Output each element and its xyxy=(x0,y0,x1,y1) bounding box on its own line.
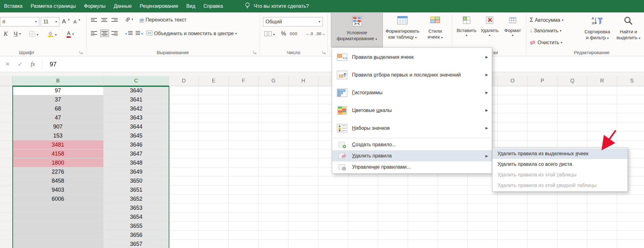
cell-F1[interactable] xyxy=(229,86,259,95)
sort-filter-button[interactable]: АЯ Сортировка и фильтр ▾ xyxy=(583,13,612,47)
cell-P17[interactable] xyxy=(528,231,557,240)
cell-E10[interactable] xyxy=(199,167,229,176)
cell-I13[interactable] xyxy=(318,194,348,204)
cell-I11[interactable] xyxy=(318,176,348,185)
cell-J18[interactable] xyxy=(348,240,378,248)
cell-B3[interactable]: 68 xyxy=(12,104,104,113)
tab-page-layout[interactable]: Разметка страницы xyxy=(26,0,80,12)
cell-K18[interactable] xyxy=(378,240,408,248)
cell-J16[interactable] xyxy=(348,222,378,231)
cell-D10[interactable] xyxy=(169,167,199,176)
increase-font-size-button[interactable]: А ▲ xyxy=(62,18,70,25)
cell-G11[interactable] xyxy=(259,176,289,185)
cell-D18[interactable] xyxy=(169,240,199,248)
fill-button[interactable]: ↓ Заполнить ▾ xyxy=(530,28,562,34)
cell-B13[interactable]: 6006 xyxy=(12,194,104,204)
row-header-8[interactable] xyxy=(0,149,12,158)
cell-H9[interactable] xyxy=(289,158,318,167)
cell-C17[interactable]: 3656 xyxy=(104,231,169,240)
cell-G18[interactable] xyxy=(259,240,289,248)
cell-G14[interactable] xyxy=(259,204,289,213)
cell-S14[interactable] xyxy=(617,204,644,213)
cell-G15[interactable] xyxy=(259,213,289,222)
cell-C15[interactable]: 3654 xyxy=(104,213,169,222)
cell-Q18[interactable] xyxy=(557,240,587,248)
cell-E14[interactable] xyxy=(199,204,229,213)
row-header-3[interactable] xyxy=(0,104,12,113)
cell-Q13[interactable] xyxy=(557,194,587,204)
cell-C5[interactable]: 3644 xyxy=(104,122,169,131)
cell-I15[interactable] xyxy=(318,213,348,222)
cell-S5[interactable] xyxy=(617,122,644,131)
column-header-O[interactable]: O xyxy=(498,76,528,86)
cell-B6[interactable]: 153 xyxy=(12,131,104,140)
cell-Q6[interactable] xyxy=(557,131,587,140)
cell-R1[interactable] xyxy=(587,86,617,95)
wrap-text-button[interactable]: ab Переносить текст xyxy=(139,17,186,23)
cell-G10[interactable] xyxy=(259,167,289,176)
cell-H5[interactable] xyxy=(289,122,318,131)
cell-F6[interactable] xyxy=(229,131,259,140)
align-center-button[interactable] xyxy=(100,30,109,37)
cell-M18[interactable] xyxy=(438,240,468,248)
cell-I16[interactable] xyxy=(318,222,348,231)
cell-O18[interactable] xyxy=(498,240,528,248)
menu-item-highlight-cells-rules[interactable]: <>Правила выделения ячеек▶ xyxy=(332,48,492,66)
formula-bar-value[interactable]: 97 xyxy=(50,61,57,68)
cell-D6[interactable] xyxy=(169,131,199,140)
clear-button[interactable]: Очистить ▾ xyxy=(530,39,562,46)
cell-J14[interactable] xyxy=(348,204,378,213)
insert-cells-button[interactable]: Вставить ▾ xyxy=(456,13,477,47)
cell-C18[interactable]: 3657 xyxy=(104,240,169,248)
cell-M15[interactable] xyxy=(438,213,468,222)
cell-R17[interactable] xyxy=(587,231,617,240)
cell-E8[interactable] xyxy=(199,149,229,158)
cell-K16[interactable] xyxy=(378,222,408,231)
cell-P13[interactable] xyxy=(528,194,557,204)
cell-F9[interactable] xyxy=(229,158,259,167)
column-header-E[interactable]: E xyxy=(199,76,229,86)
cell-R2[interactable] xyxy=(587,95,617,104)
cell-O5[interactable] xyxy=(498,122,528,131)
menu-item-new-rule[interactable]: Создать правило... xyxy=(332,139,492,150)
cell-P4[interactable] xyxy=(528,113,557,122)
column-header-P[interactable]: P xyxy=(528,76,557,86)
cell-H11[interactable] xyxy=(289,176,318,185)
row-header-1[interactable] xyxy=(0,86,12,95)
cell-S17[interactable] xyxy=(617,231,644,240)
cell-B10[interactable]: 2276 xyxy=(12,167,104,176)
cell-C7[interactable]: 3646 xyxy=(104,140,169,149)
cell-B11[interactable]: 8458 xyxy=(12,176,104,185)
cell-L16[interactable] xyxy=(408,222,438,231)
cell-D14[interactable] xyxy=(169,204,199,213)
cell-M16[interactable] xyxy=(438,222,468,231)
cell-Q2[interactable] xyxy=(557,95,587,104)
cell-L18[interactable] xyxy=(408,240,438,248)
cell-G3[interactable] xyxy=(259,104,289,113)
align-top-button[interactable] xyxy=(91,18,97,23)
cell-E16[interactable] xyxy=(199,222,229,231)
decrease-font-size-button[interactable]: А ▼ xyxy=(73,19,81,24)
cell-K14[interactable] xyxy=(378,204,408,213)
increase-decimal-button[interactable]: ←.0 xyxy=(306,31,313,36)
decrease-decimal-button[interactable]: .00→ xyxy=(316,31,325,36)
cell-C9[interactable]: 3648 xyxy=(104,158,169,167)
cell-R14[interactable] xyxy=(587,204,617,213)
cell-I18[interactable] xyxy=(318,240,348,248)
cell-O1[interactable] xyxy=(498,86,528,95)
cell-B8[interactable]: 4158 xyxy=(12,149,104,158)
cell-O13[interactable] xyxy=(498,194,528,204)
cell-O17[interactable] xyxy=(498,231,528,240)
cell-C11[interactable]: 3650 xyxy=(104,176,169,185)
cell-G13[interactable] xyxy=(259,194,289,204)
tab-help[interactable]: Справка xyxy=(200,0,227,12)
tab-review[interactable]: Рецензирование xyxy=(136,0,182,12)
comma-style-button[interactable]: 000 xyxy=(290,31,298,36)
cell-H18[interactable] xyxy=(289,240,318,248)
delete-cells-button[interactable]: Удалить ▾ xyxy=(479,13,500,47)
cell-G6[interactable] xyxy=(259,131,289,140)
tab-data[interactable]: Данные xyxy=(110,0,136,12)
orientation-button[interactable]: ab ▾ xyxy=(125,17,133,22)
cell-P3[interactable] xyxy=(528,104,557,113)
cell-E11[interactable] xyxy=(199,176,229,185)
